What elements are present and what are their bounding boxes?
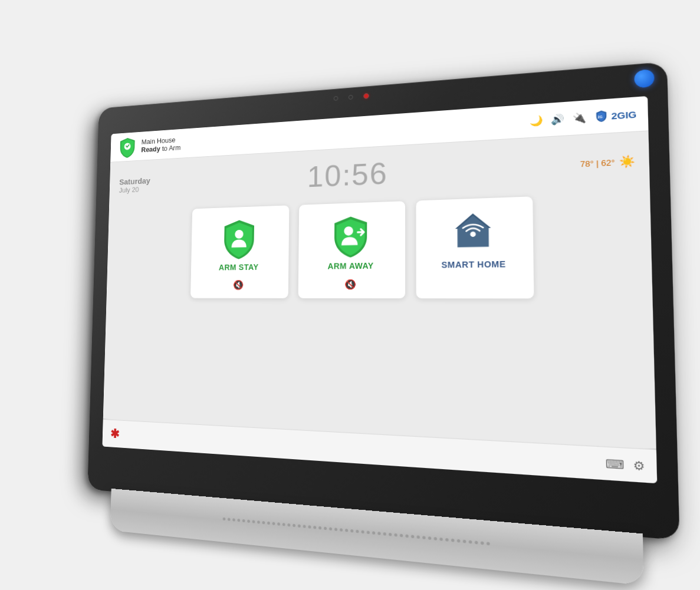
smart-home-card[interactable]: SMART HOME — [415, 196, 534, 299]
status-right: 🌙 🔊 🔌 2G 2GIG — [530, 107, 637, 127]
brand-logo: 2G 2GIG — [594, 107, 636, 123]
date-month: July 20 — [119, 184, 150, 194]
status-text: Main House Ready to Arm — [141, 135, 180, 153]
weather-sun-icon: ☀️ — [619, 154, 635, 169]
smart-home-icon — [451, 210, 495, 253]
action-cards: ARM STAY 🔇 — [116, 192, 637, 299]
settings-icon[interactable]: ⚙ — [633, 457, 645, 473]
svg-text:2G: 2G — [597, 114, 603, 118]
date-info: Saturday July 20 — [119, 176, 150, 194]
main-content: Saturday July 20 10:56 78° | 62° ☀️ — [103, 131, 656, 449]
speaker-dots — [143, 501, 595, 565]
arm-away-icon — [330, 214, 371, 256]
shield-icon — [118, 136, 137, 157]
arm-stay-icon — [220, 217, 258, 258]
arm-stay-label: ARM STAY — [218, 262, 258, 272]
device-wrapper: Main House Ready to Arm 🌙 🔊 🔌 — [61, 83, 639, 507]
weather-high: 78° | 62° — [580, 157, 614, 169]
camera-dot-red — [363, 93, 369, 98]
arm-away-card[interactable]: ARM AWAY 🔇 — [297, 200, 405, 299]
weather-info: 78° | 62° ☀️ — [580, 154, 635, 170]
arm-away-label: ARM AWAY — [327, 261, 373, 271]
keyboard-icon[interactable]: ⌨ — [605, 456, 624, 472]
blue-indicator — [634, 68, 655, 88]
power-icon[interactable]: 🔌 — [572, 111, 586, 124]
arm-away-mute-icon[interactable]: 🔇 — [344, 278, 356, 289]
camera-dot-center — [348, 94, 353, 99]
device-outer: Main House Ready to Arm 🌙 🔊 🔌 — [87, 61, 679, 540]
status-left: Main House Ready to Arm — [118, 133, 181, 157]
camera-dot-left — [333, 95, 338, 100]
emergency-button[interactable]: ✱ — [110, 426, 119, 441]
arm-stay-mute-icon[interactable]: 🔇 — [232, 279, 243, 290]
volume-icon[interactable]: 🔊 — [551, 113, 564, 125]
bottom-right-icons: ⌨ ⚙ — [605, 456, 645, 473]
camera-bar — [333, 93, 369, 101]
screen: Main House Ready to Arm 🌙 🔊 🔌 — [102, 95, 657, 483]
arm-stay-card[interactable]: ARM STAY 🔇 — [189, 205, 289, 298]
device-base — [110, 488, 643, 585]
moon-icon[interactable]: 🌙 — [530, 114, 543, 126]
smart-home-label: SMART HOME — [441, 259, 505, 269]
